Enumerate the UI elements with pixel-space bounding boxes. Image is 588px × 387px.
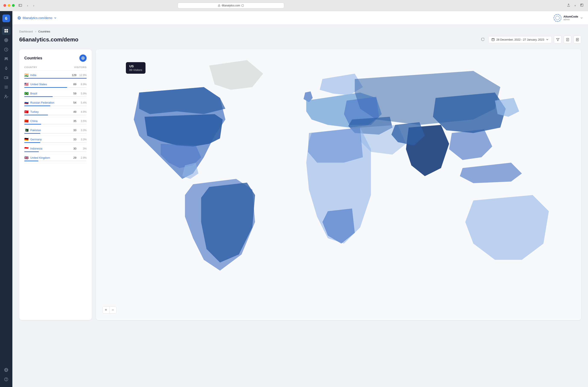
- page-title: 66analytics.com/demo: [19, 36, 78, 43]
- new-tab-button[interactable]: +: [573, 3, 577, 8]
- visitor-count: 33: [70, 129, 76, 132]
- fire-icon: [4, 66, 8, 70]
- sidebar-item-dashboard[interactable]: [2, 26, 10, 35]
- zoom-in-button[interactable]: +: [103, 306, 109, 313]
- country-flag: 🇧🇷: [24, 91, 29, 95]
- country-flag: 🇮🇳: [24, 73, 29, 77]
- site-selector[interactable]: 66analytics.com/demo: [18, 16, 57, 20]
- tabs-button[interactable]: [579, 3, 585, 8]
- breadcrumb-home-link[interactable]: Dashboard: [19, 30, 33, 33]
- country-name-link[interactable]: 🇬🇧 United Kingdom: [24, 156, 68, 160]
- back-button[interactable]: ‹: [26, 3, 29, 8]
- users-icon: [4, 57, 8, 61]
- visitor-count: 33: [70, 138, 76, 141]
- country-name-link[interactable]: 🇵🇰 Pakistan: [24, 128, 68, 132]
- visitor-count: 49: [70, 110, 76, 114]
- address-bar[interactable]: 66analytics.com: [177, 2, 284, 9]
- svg-point-15: [7, 58, 8, 59]
- sidebar-item-events[interactable]: [2, 64, 10, 73]
- pdf-icon: [576, 38, 579, 41]
- sidebar-item-audience[interactable]: [2, 55, 10, 63]
- country-name-link[interactable]: 🇧🇷 Brazil: [24, 91, 68, 95]
- progress-bar-bg: [24, 133, 87, 134]
- minimize-button[interactable]: [8, 4, 10, 7]
- progress-bar: [24, 106, 50, 106]
- calendar-icon: [492, 38, 495, 41]
- country-label: China: [30, 119, 38, 123]
- list-icon: [4, 85, 8, 89]
- country-flag: 🇵🇰: [24, 128, 29, 132]
- sidebar-logo[interactable]: 6: [2, 15, 10, 22]
- filter-button[interactable]: [554, 36, 562, 43]
- sidebar-item-goals[interactable]: [2, 36, 10, 45]
- visitor-count: 59: [70, 92, 76, 95]
- progress-bar-bg: [24, 106, 87, 106]
- country-name-link[interactable]: 🇨🇳 China: [24, 119, 68, 123]
- forward-button[interactable]: ›: [32, 3, 36, 8]
- user-name: AltumCode: [564, 15, 578, 18]
- app: 6: [0, 11, 588, 387]
- progress-bar: [24, 96, 53, 97]
- progress-bar: [24, 115, 48, 115]
- country-name-link[interactable]: 🇹🇷 Turkey: [24, 110, 68, 114]
- browser-chrome: ‹ › 66analytics.com +: [0, 0, 588, 11]
- user-details: AltumCode admin: [564, 15, 578, 21]
- country-flag: 🇨🇳: [24, 119, 29, 123]
- svg-point-20: [5, 95, 6, 96]
- table-row: 🇧🇷 Brazil 59 5.9%: [24, 90, 87, 99]
- svg-rect-4: [581, 4, 582, 5]
- progress-bar: [24, 160, 38, 161]
- export-csv-button[interactable]: [564, 36, 571, 43]
- user-role: admin: [564, 18, 578, 21]
- country-name-link[interactable]: 🇩🇪 Germany: [24, 137, 68, 141]
- filter-icon: [556, 38, 559, 41]
- sidebar-item-recent[interactable]: [2, 45, 10, 54]
- visitor-pct: 4.9%: [78, 111, 87, 114]
- lock-icon: [218, 4, 220, 7]
- reload-icon[interactable]: [241, 4, 244, 7]
- country-name-link[interactable]: 🇮🇩 Indonesia: [24, 146, 68, 151]
- world-map: [96, 49, 581, 319]
- visitor-count: 89: [70, 83, 76, 86]
- visitor-pct: 5.4%: [78, 101, 87, 104]
- sidebar-item-funnels[interactable]: [2, 92, 10, 101]
- visitor-count: 129: [70, 73, 76, 77]
- country-label: Indonesia: [30, 147, 42, 150]
- progress-bar-bg: [24, 78, 87, 79]
- country-name-link[interactable]: 🇷🇺 Russian Federation: [24, 101, 68, 105]
- page-actions: 28 December, 2022 - 27 January, 2023: [479, 36, 581, 43]
- close-button[interactable]: [3, 4, 6, 7]
- svg-rect-30: [492, 38, 494, 41]
- countries-card: Countries COUNTRY VISITORS: [19, 49, 92, 320]
- traffic-lights: [3, 4, 15, 7]
- globe-view-button[interactable]: [79, 54, 87, 62]
- country-flag: 🇮🇩: [24, 146, 29, 151]
- share-button[interactable]: [566, 3, 571, 8]
- col-country: COUNTRY: [24, 66, 74, 68]
- country-label: Pakistan: [30, 129, 41, 132]
- sidebar-item-reports[interactable]: [2, 83, 10, 91]
- export-pdf-button[interactable]: [573, 36, 581, 43]
- user-menu[interactable]: AltumCode admin: [554, 14, 583, 22]
- table-row: 🇬🇧 United Kingdom 29 2.9%: [24, 154, 87, 163]
- country-name-link[interactable]: 🇮🇳 India: [24, 73, 68, 77]
- svg-point-11: [6, 40, 7, 41]
- country-flag: 🇩🇪: [24, 137, 29, 141]
- sidebar-item-recordings[interactable]: [2, 73, 10, 82]
- visitor-pct: 12.9%: [78, 74, 87, 77]
- col-visitors: VISITORS: [74, 66, 87, 68]
- sidebar-toggle-button[interactable]: [17, 3, 23, 8]
- zoom-out-button[interactable]: −: [109, 306, 116, 313]
- country-label: Russian Federation: [30, 101, 54, 104]
- date-range-label: 28 December, 2022 - 27 January, 2023: [496, 38, 544, 41]
- svg-rect-6: [6, 29, 8, 31]
- sidebar-item-globe[interactable]: [2, 366, 10, 374]
- table-row: 🇮🇩 Indonesia 30 3%: [24, 145, 87, 154]
- header-right: AltumCode admin: [554, 14, 583, 22]
- svg-point-14: [5, 58, 6, 59]
- country-name-link[interactable]: 🇺🇸 United States: [24, 82, 68, 86]
- sidebar-item-help[interactable]: [2, 375, 10, 384]
- refresh-button[interactable]: [479, 36, 486, 43]
- maximize-button[interactable]: [12, 4, 15, 7]
- date-range-picker[interactable]: 28 December, 2022 - 27 January, 2023: [488, 36, 552, 43]
